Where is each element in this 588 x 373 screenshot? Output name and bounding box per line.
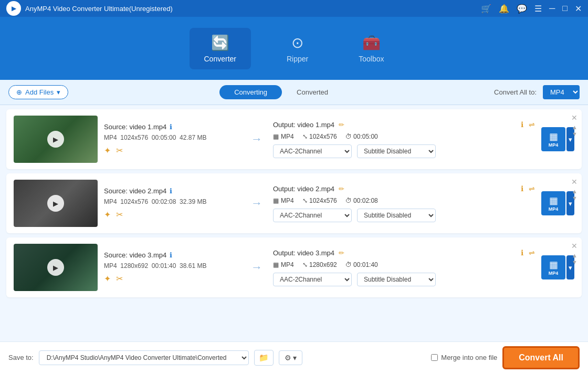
chat-icon[interactable]: 💬 [517,4,527,14]
format-button-1[interactable]: ▦ MP4 [541,127,565,151]
format-btn-group-3: ▦ MP4 ▾ [541,255,574,279]
file-move-up-1[interactable]: ▲ [572,124,578,131]
cut-icon-1[interactable]: ✂ [116,146,123,156]
output-settings-icon-3[interactable]: ⇌ [529,248,535,257]
file-move-up-2[interactable]: ▲ [572,188,578,195]
file-source-1: Source: video 1.mp4 ℹ [104,123,240,131]
output-info-icon-1[interactable]: ℹ [521,120,523,129]
subtitle-select-3[interactable]: Subtitle Disabled [357,273,436,286]
output-resolution-1: ⤡ 1024x576 [302,133,337,140]
file-thumbnail-1: ▶ [14,116,98,163]
output-format-badge-2: ▦ MP4 [273,197,294,204]
close-icon[interactable]: ✕ [575,4,582,14]
file-thumbnail-3: ▶ [14,244,98,291]
settings-button[interactable]: ⚙ ▾ [279,350,302,365]
nav-bar: 🔄 Converter ⊙ Ripper 🧰 Toolbox [0,17,588,80]
file-move-down-3[interactable]: ▼ [572,259,578,266]
nav-toolbox-label: Toolbox [359,55,384,63]
play-button-1[interactable]: ▶ [47,131,64,148]
file-reorder-3: ▲ ▼ [572,252,578,266]
file-reorder-1: ▲ ▼ [572,124,578,138]
cart-icon[interactable]: 🛒 [481,4,491,14]
output-info-icon-3[interactable]: ℹ [521,248,523,257]
star-icon-2[interactable]: ✦ [104,210,111,220]
open-folder-button[interactable]: 📁 [254,350,274,366]
file-move-down-1[interactable]: ▼ [572,131,578,138]
file-move-up-3[interactable]: ▲ [572,252,578,259]
add-files-plus-icon: ⊕ [16,88,22,96]
audio-select-1[interactable]: AAC-2Channel [273,144,352,158]
edit-icon-1[interactable]: ✏ [339,121,344,129]
file-close-icon-2[interactable]: ✕ [571,178,578,186]
file-info-icon-3[interactable]: ℹ [170,251,172,259]
cut-icon-3[interactable]: ✂ [116,274,123,284]
add-files-label: Add Files [25,88,54,96]
audio-select-3[interactable]: AAC-2Channel [273,273,352,286]
audio-select-2[interactable]: AAC-2Channel [273,209,352,222]
format-btn-label-2: MP4 [549,206,559,212]
toolbar-tabs: Converting Converted [75,85,488,99]
nav-ripper-label: Ripper [287,55,308,63]
add-files-button[interactable]: ⊕ Add Files ▾ [8,85,68,99]
user-icon[interactable]: 🔔 [499,4,509,14]
menu-icon[interactable]: ☰ [534,4,542,14]
format-btn-group-2: ▦ MP4 ▾ [541,191,574,215]
output-selects-2: AAC-2Channel Subtitle Disabled [273,209,535,222]
file-info-icon-2[interactable]: ℹ [170,187,172,195]
toolbox-icon: 🧰 [362,34,381,51]
convert-all-format-select[interactable]: MP4 MKV AVI MOV [543,85,580,99]
format-btn-icon-1: ▦ [549,131,558,142]
nav-item-ripper[interactable]: ⊙ Ripper [272,28,323,69]
cut-icon-2[interactable]: ✂ [116,210,123,220]
format-button-2[interactable]: ▦ MP4 [541,191,565,215]
file-close-icon-3[interactable]: ✕ [571,242,578,250]
output-name-2: Output: video 2.mp4 [273,185,334,193]
merge-checkbox[interactable] [431,354,438,361]
output-format-icon-3: ▦ [273,261,279,268]
subtitle-select-1[interactable]: Subtitle Disabled [357,144,436,158]
nav-item-converter[interactable]: 🔄 Converter [190,28,251,69]
format-button-3[interactable]: ▦ MP4 [541,255,565,279]
save-path-select[interactable]: D:\AnyMP4 Studio\AnyMP4 Video Converter … [39,350,249,365]
edit-icon-2[interactable]: ✏ [339,185,344,193]
file-source-3: Source: video 3.mp4 ℹ [104,251,240,259]
output-format-icon-1: ▦ [273,133,279,140]
format-btn-label-1: MP4 [549,142,559,148]
file-source-name-2: Source: video 2.mp4 [104,187,166,195]
tab-converted[interactable]: Converted [282,85,343,99]
nav-converter-label: Converter [204,55,236,63]
arrow-icon-3: → [251,261,262,274]
file-reorder-2: ▲ ▼ [572,188,578,202]
star-icon-3[interactable]: ✦ [104,274,111,284]
output-format-name-2: MP4 [281,197,294,204]
file-item-3: ✕ ▲ ▼ ▶ Source: video 3.mp4 ℹ MP4 1280x6… [6,237,582,297]
file-move-down-2[interactable]: ▼ [572,195,578,202]
star-icon-1[interactable]: ✦ [104,146,111,156]
convert-all-button[interactable]: Convert All [502,346,580,369]
file-close-icon-1[interactable]: ✕ [571,113,578,122]
edit-icon-3[interactable]: ✏ [339,249,344,257]
output-name-3: Output: video 3.mp4 [273,249,334,257]
file-info-icon-1[interactable]: ℹ [170,123,172,131]
play-button-3[interactable]: ▶ [47,259,64,276]
output-settings-icon-1[interactable]: ⇌ [529,120,535,129]
title-bar-left: AnyMP4 Video Converter Ultimate(Unregist… [6,1,173,16]
nav-item-toolbox[interactable]: 🧰 Toolbox [344,28,398,69]
maximize-icon[interactable]: □ [562,4,568,13]
ripper-icon: ⊙ [291,34,303,51]
output-props-3: ▦ MP4 ⤡ 1280x692 ⏱ 00:01:40 [273,261,535,268]
output-header-1: Output: video 1.mp4 ✏ ℹ ⇌ [273,120,535,129]
tab-converting[interactable]: Converting [219,85,282,99]
app-title: AnyMP4 Video Converter Ultimate(Unregist… [25,5,173,13]
output-header-3: Output: video 3.mp4 ✏ ℹ ⇌ [273,248,535,257]
minimize-icon[interactable]: ─ [549,4,555,13]
file-output-2: Output: video 2.mp4 ✏ ℹ ⇌ ▦ MP4 ⤡ 1024x5… [273,184,535,222]
output-resolution-3: ⤡ 1280x692 [302,261,337,268]
play-button-2[interactable]: ▶ [47,195,64,212]
subtitle-select-2[interactable]: Subtitle Disabled [357,209,436,222]
save-to-label: Save to: [8,354,34,361]
file-source-2: Source: video 2.mp4 ℹ [104,187,240,195]
format-btn-label-3: MP4 [549,271,559,276]
output-info-icon-2[interactable]: ℹ [521,184,523,193]
output-settings-icon-2[interactable]: ⇌ [529,184,535,193]
